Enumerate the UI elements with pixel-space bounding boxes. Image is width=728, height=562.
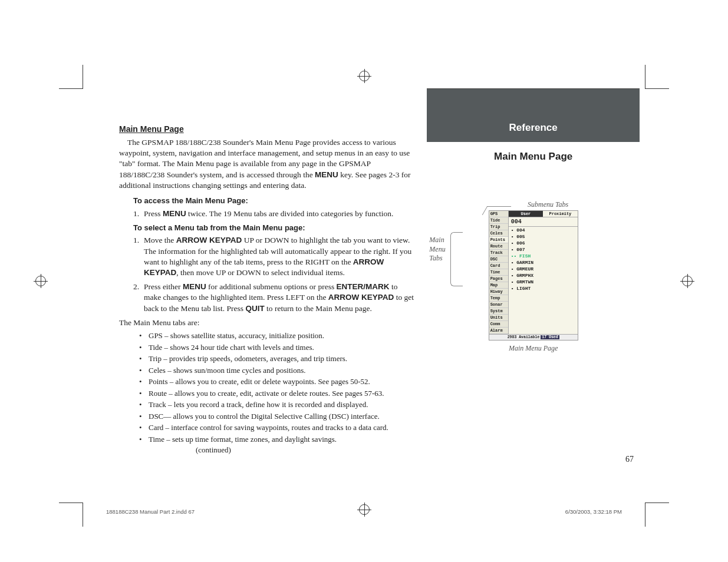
crop-mark-br <box>645 503 669 527</box>
key-label: MENU <box>183 282 206 291</box>
tab-item: Comm <box>489 321 508 328</box>
callout-text: Main <box>429 236 445 245</box>
submenu-tabs-label: Submenu Tabs <box>433 200 634 209</box>
list-item: • 005 <box>509 233 578 240</box>
text: Press either <box>144 282 183 291</box>
footer-timestamp: 6/30/2003, 3:32:18 PM <box>565 508 622 515</box>
step-item: 2. Press either MENU for additional subm… <box>133 282 415 314</box>
tab-item: Alarm <box>489 328 508 334</box>
list-item: • 007 <box>509 246 578 253</box>
bullet-item: GPS – shows satellite status, accuracy, … <box>139 330 415 341</box>
text: GARMIN <box>516 260 533 265</box>
text: GRMEUR <box>516 266 533 272</box>
bullet-item: Tide – shows 24 hour tide chart with lev… <box>139 342 415 353</box>
menu-key-label: MENU <box>315 170 338 179</box>
tab-item: Hiway <box>489 289 508 295</box>
text: Move the <box>144 236 176 244</box>
text: GRMTWN <box>516 279 533 285</box>
footer: 188188C238 Manual Part 2.indd 67 6/30/20… <box>106 508 622 515</box>
text: 007 <box>516 247 525 252</box>
bullet-item: DSC— allows you to control the Digital S… <box>139 411 415 422</box>
page-subtitle: Main Menu Page <box>433 151 634 163</box>
list-item: • GRMPHX <box>509 272 578 279</box>
bullet-item: Card – interface control for saving wayp… <box>139 422 415 433</box>
status-used: 17 Used <box>541 335 559 339</box>
submenu-tabs: User Proximity <box>509 211 578 217</box>
subtab: Proximity <box>543 211 578 217</box>
heading-select: To select a Menu tab from the Main Menu … <box>133 223 415 233</box>
key-label: ARROW KEYPAD <box>328 293 394 302</box>
text: , then move UP or DOWN to select individ… <box>176 268 345 277</box>
text: 004 <box>516 227 525 233</box>
list-item: • GRMTWN <box>509 279 578 285</box>
figure: Submenu Tabs Main Menu Tabs GPS Tide Tri… <box>433 200 634 353</box>
subtab-selected: User <box>509 211 543 217</box>
step-item: 1. Press MENU twice. The 19 Menu tabs ar… <box>133 209 415 219</box>
bullet-list: GPS – shows satellite status, accuracy, … <box>139 330 415 455</box>
text: Press <box>144 209 163 218</box>
figure-caption: Main Menu Page <box>433 344 634 353</box>
text: 005 <box>516 234 525 239</box>
device-screenshot: GPS Tide Trip Celes Points Route Track D… <box>489 210 578 340</box>
section-title: Main Menu Page <box>119 124 415 135</box>
text: 006 <box>516 240 525 246</box>
registration-mark <box>682 276 693 286</box>
list-item: • 004 <box>509 227 578 233</box>
text: Time – sets up time format, time zones, … <box>149 435 337 444</box>
list-item: • GARMIN <box>509 259 578 266</box>
tab-item: GPS <box>489 211 508 217</box>
key-label: ARROW KEYPAD <box>176 236 242 244</box>
tabs-intro: The Main Menu tabs are: <box>119 318 415 328</box>
list-column: User Proximity 004 • 004 • 005 • 006 • 0… <box>509 211 578 334</box>
status-bar: 2983 Available17 Used <box>489 334 578 340</box>
page-number: 67 <box>625 455 634 464</box>
tab-item-selected: Points <box>489 237 508 243</box>
step-number: 1. <box>133 209 139 219</box>
main-tabs-column: GPS Tide Trip Celes Points Route Track D… <box>489 211 509 334</box>
key-label: MENU <box>163 209 186 218</box>
list-item: • GRMEUR <box>509 266 578 272</box>
step-number: 2. <box>133 282 139 292</box>
tab-item: Systm <box>489 308 508 315</box>
tab-item: Temp <box>489 295 508 302</box>
brace-line <box>450 232 463 286</box>
crop-mark-tl <box>59 65 83 89</box>
text: for additional submenu options or press <box>206 282 337 291</box>
tab-item: Tide <box>489 217 508 224</box>
tab-item: Pages <box>489 276 508 282</box>
bullet-item: Time – sets up time format, time zones, … <box>139 434 415 455</box>
step-item: 1. Move the ARROW KEYPAD UP or DOWN to h… <box>133 235 415 278</box>
status-available: 2983 Available <box>508 335 540 339</box>
tab-item: Units <box>489 315 508 321</box>
footer-file-info: 188188C238 Manual Part 2.indd 67 <box>106 508 195 515</box>
tab-item: Celes <box>489 230 508 237</box>
sidebar-column: Reference Main Menu Page Submenu Tabs Ma… <box>433 124 634 462</box>
tab-item: Track <box>489 250 508 256</box>
list-item: • 006 <box>509 240 578 246</box>
tab-item: Route <box>489 243 508 250</box>
registration-mark <box>359 71 370 81</box>
text: GRMPHX <box>516 273 533 278</box>
text: twice. The 19 Menu tabs are divided into… <box>186 209 394 218</box>
list-item: • LIGHT <box>509 285 578 292</box>
reference-title: Reference <box>427 122 640 134</box>
list-item-highlight: •• FISH <box>509 253 578 259</box>
text: to return to the Main Menu page. <box>265 304 372 313</box>
tab-item: Sonar <box>489 302 508 308</box>
main-text-column: Main Menu Page The GPSMAP 188/188C/238 S… <box>119 124 433 462</box>
crop-mark-tr <box>645 65 669 89</box>
text: FISH <box>519 253 531 259</box>
tab-item: Trip <box>489 224 508 230</box>
callout-text: Menu <box>429 245 445 254</box>
key-label: ENTER/MARK <box>337 282 390 291</box>
intro-paragraph: The GPSMAP 188/188C/238 Sounder's Main M… <box>119 137 415 191</box>
callout-labels: Main Menu Tabs <box>429 236 445 263</box>
bullet-item: Trip – provides trip speeds, odometers, … <box>139 353 415 364</box>
bullet-item: Track – lets you record a track, define … <box>139 399 415 410</box>
selected-value: 004 <box>509 217 578 227</box>
bullet-item: Celes – shows sun/moon time cycles and p… <box>139 365 415 376</box>
tab-item: Time <box>489 269 508 276</box>
tab-item: Card <box>489 263 508 269</box>
text: LIGHT <box>516 286 531 291</box>
key-label: QUIT <box>245 304 264 313</box>
